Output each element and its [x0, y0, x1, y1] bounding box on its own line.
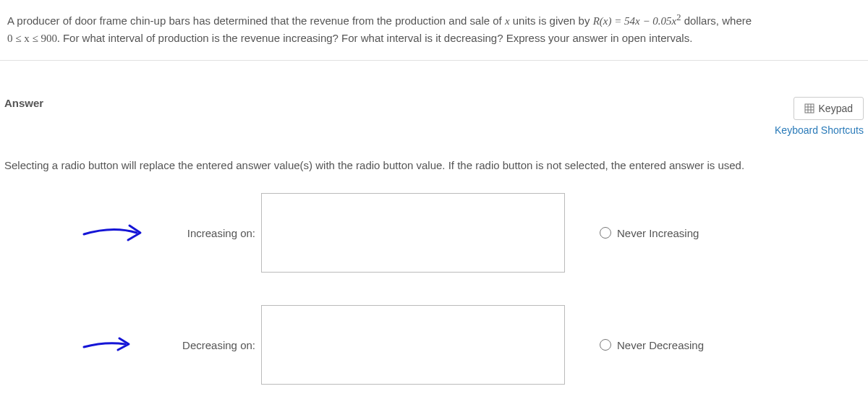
annotation-arrow-icon [80, 218, 153, 247]
keyboard-shortcuts-link[interactable]: Keyboard Shortcuts [775, 124, 864, 136]
annotation-arrow-icon [80, 334, 138, 356]
never-increasing-radio[interactable] [600, 227, 611, 239]
increasing-row: Increasing on: Never Increasing [4, 193, 864, 273]
svg-rect-0 [805, 104, 814, 113]
instruction-text: Selecting a radio button will replace th… [4, 159, 864, 171]
increasing-input[interactable] [261, 193, 565, 273]
decreasing-input[interactable] [261, 305, 565, 385]
keypad-label: Keypad [819, 103, 853, 114]
never-decreasing-radio[interactable] [600, 339, 611, 351]
decreasing-row: Decreasing on: Never Decreasing [4, 305, 864, 385]
question-text: A producer of door frame chin-up bars ha… [0, 0, 868, 61]
answer-heading: Answer [4, 97, 43, 109]
never-decreasing-label[interactable]: Never Decreasing [617, 339, 704, 351]
keypad-icon [804, 103, 814, 113]
never-increasing-label[interactable]: Never Increasing [617, 227, 699, 239]
keypad-button[interactable]: Keypad [793, 97, 864, 120]
